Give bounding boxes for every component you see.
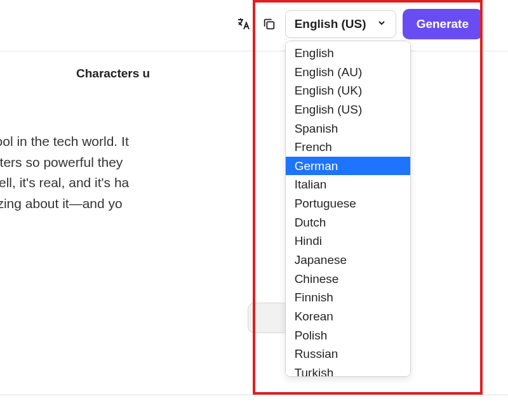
generate-button[interactable]: Generate xyxy=(403,9,483,39)
bottom-divider xyxy=(0,395,508,395)
language-option[interactable]: Polish xyxy=(286,326,410,345)
copy-icon[interactable] xyxy=(260,15,279,34)
language-option[interactable]: Russian xyxy=(286,345,410,364)
svg-rect-0 xyxy=(267,22,274,29)
language-dropdown[interactable]: EnglishEnglish (AU)English (UK)English (… xyxy=(285,41,411,377)
language-option[interactable]: Italian xyxy=(286,175,410,194)
language-select: English (US) EnglishEnglish (AU)English … xyxy=(285,10,396,38)
language-option[interactable]: Dutch xyxy=(286,213,410,232)
language-option[interactable]: Japanese xyxy=(286,251,410,270)
language-option[interactable]: Spanish xyxy=(286,119,410,138)
characters-row: Characters u xyxy=(0,51,508,100)
language-option[interactable]: Korean xyxy=(286,307,410,326)
language-option[interactable]: Finnish xyxy=(286,288,410,307)
language-option[interactable]: Portuguese xyxy=(286,194,410,213)
language-option[interactable]: English (UK) xyxy=(286,81,410,100)
language-option[interactable]: French xyxy=(286,138,410,157)
language-option[interactable]: English (US) xyxy=(286,100,410,119)
language-selected-label: English (US) xyxy=(295,17,366,31)
language-option[interactable]: Hindi xyxy=(286,232,410,251)
language-option[interactable]: Turkish xyxy=(286,364,410,377)
language-option[interactable]: Chinese xyxy=(286,270,410,289)
language-option[interactable]: English xyxy=(286,44,410,63)
language-select-trigger[interactable]: English (US) xyxy=(285,10,396,38)
translate-icon[interactable] xyxy=(233,14,253,34)
language-option[interactable]: German xyxy=(286,157,410,176)
chevron-down-icon xyxy=(377,17,387,31)
language-option[interactable]: English (AU) xyxy=(286,63,410,82)
characters-used-label: Characters u xyxy=(76,67,150,81)
top-toolbar: English (US) EnglishEnglish (AU)English … xyxy=(0,0,508,51)
